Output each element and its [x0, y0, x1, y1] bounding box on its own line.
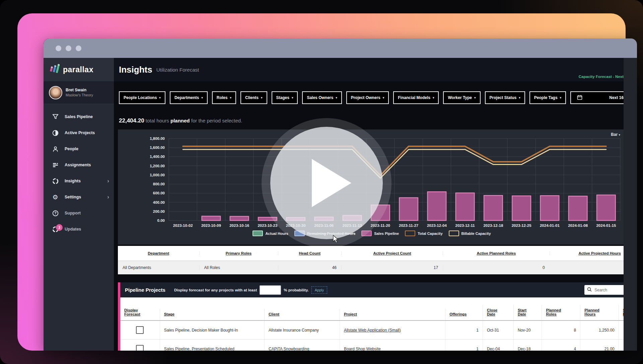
filter-button-departments[interactable]: Departments▾ [170, 91, 208, 104]
user-profile[interactable]: Bret Swain Maslow's Theory [44, 81, 114, 104]
svg-text:2023-10-23: 2023-10-23 [258, 223, 277, 227]
sidebar-item-active-projects[interactable]: Active Projects [44, 125, 114, 141]
column-header-close-date[interactable]: CloseDate [483, 305, 513, 320]
date-range-button[interactable]: Next 16 Weeks [570, 91, 624, 104]
svg-text:1,800.00: 1,800.00 [150, 136, 165, 141]
summary-line: 22,404.20 total hours planned for the pe… [119, 117, 624, 124]
window-control-dot[interactable] [66, 46, 71, 51]
sidebar-item-support[interactable]: ? Support [44, 205, 114, 221]
sidebar-item-label: Updates [65, 227, 81, 232]
filter-suffix-label: % probability. [284, 288, 309, 292]
column-header-department[interactable]: Department [118, 251, 199, 255]
legend-label: Total Capacity [418, 232, 442, 236]
browser-chrome [44, 38, 637, 58]
filter-button-roles[interactable]: Roles▾ [212, 91, 236, 104]
pipeline-projects-header: Pipeline Projects Display forecast for a… [118, 282, 624, 297]
chevron-down-icon: ▾ [474, 96, 476, 99]
column-header-start-date[interactable]: StartDate [513, 305, 542, 320]
pipeline-row[interactable]: Sales Pipeline, Decision Maker Bought-In… [120, 321, 624, 339]
sidebar-nav: Sales Pipeline Active Projects People As… [44, 109, 114, 237]
column-header-stage[interactable]: Stage [160, 309, 264, 320]
cell-start-date: Dec-18 [513, 340, 542, 351]
svg-text:2023-12-25: 2023-12-25 [512, 223, 531, 227]
search-icon [587, 287, 592, 293]
search-input[interactable] [594, 287, 624, 293]
svg-text:2023-10-02: 2023-10-02 [173, 223, 193, 227]
pipeline-row[interactable]: Sales Pipeline, Presentation Scheduled C… [120, 339, 624, 351]
legend-swatch [449, 231, 459, 236]
column-header-stage-probab[interactable]: StageProbab [619, 305, 624, 320]
filter-button-worker-type[interactable]: Worker Type▾ [443, 91, 480, 104]
legend-item-actual-hours[interactable]: Actual Hours [253, 231, 288, 236]
legend-item-billable-capacity[interactable]: Billable Capacity [449, 231, 491, 236]
filter-button-people-tags[interactable]: People Tags▾ [529, 91, 566, 104]
cell-active-planned-roles: 0 [443, 265, 549, 270]
filter-button-clients[interactable]: Clients▾ [240, 91, 267, 104]
sidebar-item-updates[interactable]: 3 Updates [44, 221, 114, 237]
table-row[interactable]: All Departments All Roles 46 17 0 [118, 261, 624, 274]
sidebar-item-label: Sales Pipeline [65, 114, 93, 119]
legend-swatch [405, 231, 415, 236]
filter-button-project-owners[interactable]: Project Owners▾ [346, 91, 389, 104]
display-forecast-checkbox[interactable] [136, 326, 144, 334]
chevron-down-icon: ▾ [383, 96, 384, 99]
legend-item-total-capacity[interactable]: Total Capacity [405, 231, 442, 236]
pipeline-search[interactable] [584, 285, 624, 295]
chevron-down-icon: ▾ [519, 96, 520, 99]
sidebar-item-label: Support [65, 211, 81, 215]
total-hours-value: 22,404.20 [119, 117, 144, 124]
probability-input[interactable] [260, 285, 281, 295]
svg-text:2023-10-16: 2023-10-16 [229, 223, 249, 227]
sidebar-item-label: Active Projects [65, 130, 95, 135]
column-header-primary-roles[interactable]: Primary Roles [199, 251, 278, 255]
column-header-planned-hours[interactable]: PlannedHours [580, 305, 619, 320]
cell-close-date: Dec-04 [483, 340, 513, 351]
project-link[interactable]: Board Shop Website [344, 347, 381, 351]
cell-active-project-count: 17 [341, 265, 443, 270]
column-header-planned-roles[interactable]: PlannedRoles [542, 305, 580, 320]
cell-planned-roles: 4 [542, 340, 580, 351]
apply-button[interactable]: Apply [311, 286, 328, 294]
column-header-active-planned-roles[interactable]: Active Planned Roles [443, 251, 549, 255]
column-header-project[interactable]: Project [340, 309, 445, 320]
play-icon [312, 159, 351, 207]
cell-close-date: Oct-31 [483, 321, 513, 339]
sidebar-item-assignments[interactable]: Assignments [44, 157, 114, 173]
sidebar-item-insights[interactable]: Insights› [44, 173, 114, 189]
cell-primary-roles: All Roles [199, 265, 278, 270]
column-header-display-forecast[interactable]: DisplayForecast [120, 305, 160, 320]
svg-text:2023-12-11: 2023-12-11 [455, 223, 475, 227]
sidebar-item-settings[interactable]: ⚙ Settings› [44, 189, 114, 205]
sidebar-item-people[interactable]: People [44, 141, 114, 157]
svg-text:2023-12-18: 2023-12-18 [483, 223, 503, 227]
window-control-dot[interactable] [76, 46, 81, 51]
display-forecast-checkbox[interactable] [136, 345, 144, 351]
sidebar-item-label: Settings [65, 195, 81, 199]
cell-stage: Sales Pipeline, Decision Maker Bought-In [160, 321, 264, 339]
filter-button-people-locations[interactable]: People Locations▾ [119, 91, 165, 104]
contrast-icon [52, 129, 59, 136]
sidebar-item-label: Assignments [65, 163, 91, 167]
column-header-head-count[interactable]: Head Count [278, 251, 342, 255]
video-play-overlay[interactable] [270, 127, 383, 239]
legend-item-sales-pipeline[interactable]: Sales Pipeline [361, 231, 399, 236]
gear-icon: ⚙ [52, 193, 59, 201]
column-header-client[interactable]: Client [264, 309, 340, 320]
chevron-down-icon: ▾ [619, 133, 620, 136]
sidebar-item-sales-pipeline[interactable]: Sales Pipeline [44, 109, 114, 125]
svg-text:?: ? [54, 211, 56, 215]
filter-button-project-status[interactable]: Project Status▾ [485, 91, 525, 104]
filter-button-stages[interactable]: Stages▾ [272, 91, 298, 104]
column-header-offerings[interactable]: Offerings [445, 309, 483, 320]
logo[interactable]: parallax [44, 58, 114, 81]
project-link[interactable]: Allstate Web Application (Small) [344, 328, 401, 333]
capacity-forecast-link[interactable]: Capacity Forecast - Next [579, 75, 624, 79]
column-header-active-project-count[interactable]: Active Project Count [341, 251, 443, 255]
chevron-down-icon: ▾ [292, 96, 293, 99]
chart-type-select[interactable]: Bar ▾ [611, 132, 620, 137]
filter-button-financial-models[interactable]: Financial Models▾ [393, 91, 439, 104]
window-control-dot[interactable] [56, 46, 61, 51]
filter-button-sales-owners[interactable]: Sales Owners▾ [302, 91, 342, 104]
cell-stage-probability [619, 340, 624, 351]
column-header-active-projected-hours[interactable]: Active Projected Hours [550, 251, 624, 255]
